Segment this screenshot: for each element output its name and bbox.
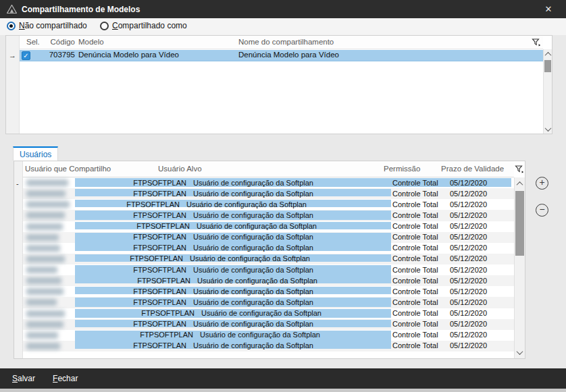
target-user-login: FTPSOFTPLAN xyxy=(75,298,186,306)
valid-until-cell: 05/12/2020 xyxy=(450,190,507,198)
col-header-nome[interactable]: Nome do compartilhamento xyxy=(238,38,334,46)
valid-until-cell: 05/12/2020 xyxy=(450,309,507,317)
radio-label: Não compartilhado xyxy=(19,21,87,30)
source-user-redacted xyxy=(26,310,65,317)
source-user-redacted xyxy=(26,190,66,197)
table-row[interactable]: FTPSOFTPLAN Usuário de configuração da S… xyxy=(23,297,514,308)
share-mode-strip: Não compartilhado Compartilhado como xyxy=(0,18,566,35)
models-grid-scrollbar[interactable] xyxy=(543,49,552,134)
scroll-up-icon[interactable] xyxy=(515,179,525,188)
source-user-redacted xyxy=(26,332,58,339)
permission-cell: Controle Total xyxy=(392,298,446,306)
permission-cell: Controle Total xyxy=(392,244,446,252)
table-row[interactable]: FTPSOFTPLAN Usuário de configuração da S… xyxy=(23,243,514,254)
col-header-usuario-compartilho[interactable]: Usuário que Compartilho xyxy=(25,165,111,173)
target-user-login: FTPSOFTPLAN xyxy=(75,190,186,198)
radio-unselected-icon xyxy=(100,22,109,30)
close-button[interactable]: Fechar xyxy=(47,371,83,386)
filter-icon[interactable] xyxy=(515,165,524,174)
table-row[interactable]: FTPSOFTPLAN Usuário de configuração da S… xyxy=(23,319,514,330)
permission-cell: Controle Total xyxy=(392,190,446,198)
permission-cell: Controle Total xyxy=(392,200,446,208)
title-bar: Compartilhamento de Modelos ✕ xyxy=(0,0,566,18)
target-user-name: Usuário de configuração da Softplan xyxy=(193,341,313,349)
table-row[interactable]: FTPSOFTPLAN Usuário de configuração da S… xyxy=(23,254,514,264)
target-user-name: Usuário de configuração da Softplan xyxy=(193,266,313,274)
source-user-redacted xyxy=(26,343,60,349)
permission-cell: Controle Total xyxy=(392,320,446,328)
permission-cell: Controle Total xyxy=(392,233,446,241)
users-grid-scrollbar[interactable] xyxy=(514,177,525,358)
valid-until-cell: 05/12/2020 xyxy=(450,298,507,306)
table-row[interactable]: FTPSOFTPLAN Usuário de configuração da S… xyxy=(23,199,514,210)
scroll-up-icon[interactable] xyxy=(544,49,552,59)
users-grid-header: Usuário que Compartilho Usuário Alvo Per… xyxy=(23,161,514,177)
table-row[interactable]: FTPSOFTPLAN Usuário de configuração da S… xyxy=(23,188,514,199)
target-user-name: Usuário de configuração da Softplan xyxy=(193,244,313,252)
table-row[interactable]: FTPSOFTPLAN Usuário de configuração da S… xyxy=(23,177,514,188)
table-row[interactable]: FTPSOFTPLAN Usuário de configuração da S… xyxy=(23,286,514,297)
target-user-login: FTPSOFTPLAN xyxy=(75,211,186,219)
col-header-codigo[interactable]: Código xyxy=(33,38,75,46)
table-row[interactable]: FTPSOFTPLAN Usuário de configuração da S… xyxy=(23,275,514,286)
tab-usuarios[interactable]: Usuários xyxy=(13,146,58,161)
close-icon[interactable]: ✕ xyxy=(536,0,561,18)
table-row[interactable]: FTPSOFTPLAN Usuário de configuração da S… xyxy=(23,210,514,221)
radio-label: Compartilhado como xyxy=(112,21,187,30)
permission-cell: Controle Total xyxy=(392,331,446,339)
bottom-edge-strip xyxy=(0,389,566,392)
table-row[interactable]: FTPSOFTPLAN Usuário de configuração da S… xyxy=(23,308,514,319)
target-user-login: FTPSOFTPLAN xyxy=(75,179,186,187)
scroll-down-icon[interactable] xyxy=(544,124,552,134)
col-header-modelo[interactable]: Modelo xyxy=(78,38,104,46)
source-user-redacted xyxy=(26,201,70,208)
source-user-redacted xyxy=(26,267,57,273)
permission-cell: Controle Total xyxy=(392,309,446,317)
radio-compartilhado-como[interactable]: Compartilhado como xyxy=(100,21,187,30)
current-row-marker: - xyxy=(16,179,19,188)
target-user-login: FTPSOFTPLAN xyxy=(75,233,186,241)
target-user-name: Usuário de configuração da Softplan xyxy=(190,254,310,262)
table-row[interactable]: FTPSOFTPLAN Usuário de configuração da S… xyxy=(23,264,514,275)
filter-icon[interactable] xyxy=(532,38,541,47)
scroll-down-icon[interactable] xyxy=(515,347,525,357)
scroll-thumb[interactable] xyxy=(515,191,524,256)
current-row-arrow-icon: → xyxy=(9,51,16,59)
table-row[interactable]: FTPSOFTPLAN Usuário de configuração da S… xyxy=(23,330,514,341)
models-grid-header: Sel. Código Modelo Nome do compartilhame… xyxy=(20,36,543,49)
table-row[interactable]: FTPSOFTPLAN Usuário de configuração da S… xyxy=(23,232,514,243)
remove-user-button[interactable]: − xyxy=(536,204,548,217)
target-user-name: Usuário de configuração da Softplan xyxy=(193,320,313,328)
radio-nao-compartilhado[interactable]: Não compartilhado xyxy=(7,21,87,30)
valid-until-cell: 05/12/2020 xyxy=(450,287,507,296)
source-user-redacted xyxy=(26,179,68,186)
col-header-usuario-alvo[interactable]: Usuário Alvo xyxy=(158,165,202,173)
row-indicator-column xyxy=(6,36,20,134)
scroll-thumb[interactable] xyxy=(544,60,551,72)
target-user-login: FTPSOFTPLAN xyxy=(75,341,186,349)
permission-cell: Controle Total xyxy=(392,341,446,349)
valid-until-cell: 05/12/2020 xyxy=(450,277,507,285)
target-user-login: FTPSOFTPLAN xyxy=(72,254,183,262)
users-rows: FTPSOFTPLAN Usuário de configuração da S… xyxy=(23,177,514,352)
users-grid: - Usuário que Compartilho Usuário Alvo P… xyxy=(14,161,525,359)
footer-bar: Salvar Fechar xyxy=(0,368,566,389)
valid-until-cell: 05/12/2020 xyxy=(450,254,507,262)
col-header-prazo-validade[interactable]: Prazo de Validade xyxy=(441,165,504,173)
save-button[interactable]: Salvar xyxy=(7,371,41,386)
table-row[interactable]: FTPSOFTPLAN Usuário de configuração da S… xyxy=(23,341,514,352)
model-row[interactable]: ✓ 703795 Denúncia Modelo para Vídeo Denú… xyxy=(20,50,543,61)
add-user-button[interactable]: + xyxy=(536,177,548,190)
target-user-name: Usuário de configuração da Softplan xyxy=(200,331,320,339)
permission-cell: Controle Total xyxy=(392,266,446,274)
col-header-permissao[interactable]: Permissão xyxy=(384,165,420,173)
source-user-redacted xyxy=(26,245,60,252)
row-indicator-column xyxy=(14,161,23,358)
permission-cell: Controle Total xyxy=(392,211,446,219)
table-row[interactable]: FTPSOFTPLAN Usuário de configuração da S… xyxy=(23,221,514,232)
target-user-name: Usuário de configuração da Softplan xyxy=(193,211,313,219)
permission-cell: Controle Total xyxy=(392,254,446,262)
target-user-name: Usuário de configuração da Softplan xyxy=(197,222,317,230)
target-user-name: Usuário de configuração da Softplan xyxy=(193,287,313,296)
model-checkbox-checked[interactable]: ✓ xyxy=(22,51,30,60)
